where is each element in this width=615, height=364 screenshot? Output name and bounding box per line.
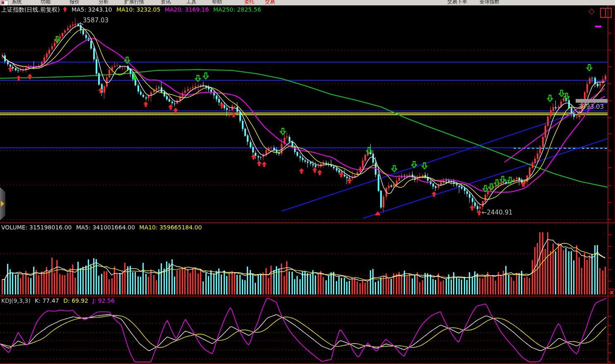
menu-item-9[interactable]: 交易 (265, 0, 275, 5)
volume-ma10-readout: MA10: 359665184.00 (139, 224, 202, 231)
axis-tick (608, 334, 611, 335)
trading-terminal-window: 系统功能报价分析扩展行情资讯工具帮助委托交易交易下单全球指数 上证指数(日线.前… (0, 0, 615, 364)
axis-tick (608, 362, 611, 362)
axis-tick (608, 167, 611, 168)
menu-item-1[interactable]: 功能 (41, 0, 51, 5)
axis-tick (608, 258, 611, 258)
menu-item-11[interactable]: 全球指数 (480, 0, 499, 5)
axis-tick (608, 352, 611, 353)
peak-price-annotation: 3587.03 (83, 17, 109, 24)
diamond-tool-icon[interactable]: ◇ (588, 7, 595, 15)
main-chart-title-row: 上证指数(日线.前复权) MA5: 3243.10 MA10: 3232.05 … (1, 6, 263, 14)
close-indicator-button[interactable]: X (608, 289, 615, 295)
menu-item-7[interactable]: 帮助 (212, 0, 222, 5)
kdj-k-readout: K: 77.47 (35, 297, 59, 304)
magenta-marker (595, 26, 601, 27)
menu-item-4[interactable]: 扩展行情 (124, 0, 144, 5)
kdj-d-readout: D: 69.92 (63, 297, 88, 304)
volume-chart-canvas[interactable] (0, 223, 608, 295)
price-axis-strip (608, 5, 615, 222)
axis-tick (608, 133, 611, 134)
menu-item-3[interactable]: 分析 (99, 0, 109, 5)
axis-tick (608, 66, 611, 67)
trough-price-annotation: ←2440.91 (482, 209, 513, 216)
menu-item-10[interactable]: 交易下单 (447, 0, 467, 5)
menu-item-5[interactable]: 资讯 (161, 0, 171, 5)
menu-item-0[interactable]: 系统 (12, 0, 22, 5)
axis-tick (608, 269, 611, 270)
main-price-chart-canvas[interactable] (0, 5, 608, 222)
axis-tick (608, 219, 611, 220)
axis-tick (608, 50, 611, 51)
kdj-title-row: KDJ(9,3,3) K: 77.47 D: 69.92 J: 92.56 (1, 297, 117, 304)
sidebar-expand-handle[interactable] (0, 187, 5, 220)
menu-item-8[interactable]: 委托 (244, 0, 254, 5)
axis-tick (608, 343, 611, 344)
axis-tick (608, 100, 611, 101)
axis-tick (608, 83, 611, 84)
volume-axis-strip (608, 223, 615, 295)
menu-item-6[interactable]: 工具 (186, 0, 196, 5)
axis-tick (608, 281, 611, 282)
kdj-j-readout: J: 92.56 (92, 297, 114, 304)
ma5-readout: MA5: 3243.10 (72, 6, 112, 13)
volume-readout: VOLUME: 315198016.00 (1, 224, 72, 231)
axis-tick (608, 325, 611, 326)
ma10-readout: MA10: 3232.05 (116, 6, 161, 13)
kdj-axis-strip (608, 297, 615, 363)
axis-tick (608, 117, 611, 118)
ma20-readout: MA20: 3169.16 (165, 6, 209, 13)
axis-tick (608, 246, 611, 247)
kdj-label: KDJ(9,3,3) (1, 297, 31, 304)
trend-up-arrow-icon (63, 7, 67, 12)
axis-tick (608, 150, 611, 151)
axis-tick (608, 185, 611, 186)
ma250-readout: MA250: 2825.56 (213, 6, 261, 13)
split-window-icon[interactable] (600, 8, 612, 18)
menubar: 系统功能报价分析扩展行情资讯工具帮助委托交易交易下单全球指数 (0, 0, 615, 6)
level-price-annotation: 3093.03 (578, 103, 604, 111)
chart-title: 上证指数(日线.前复权) (1, 6, 60, 13)
axis-tick (608, 316, 611, 317)
menu-item-2[interactable]: 报价 (70, 0, 80, 5)
volume-title-row: VOLUME: 315198016.00 MA5: 341001664.00 M… (1, 224, 204, 231)
axis-tick (608, 202, 611, 203)
volume-ma5-readout: MA5: 341001664.00 (76, 224, 135, 231)
axis-tick (608, 33, 611, 34)
kdj-chart-canvas[interactable] (0, 297, 608, 363)
axis-tick (608, 234, 611, 235)
